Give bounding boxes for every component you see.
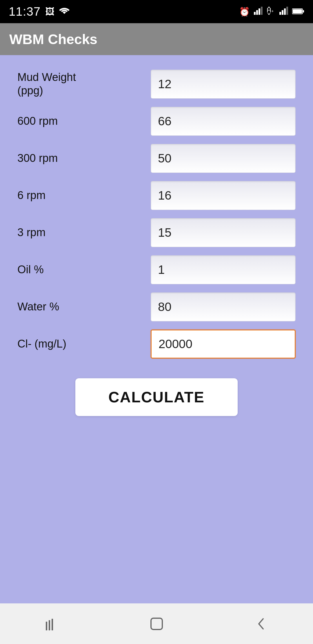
form-row: 3 rpm [17, 218, 296, 247]
svg-rect-13 [46, 622, 47, 630]
status-bar-left: 11:37 🖼 [9, 5, 70, 19]
home-button[interactable] [142, 609, 171, 638]
svg-rect-3 [261, 7, 263, 15]
alarm-icon: ⏰ [239, 7, 250, 17]
label-cl-mgl: Cl- (mg/L) [17, 337, 104, 351]
status-time: 11:37 [9, 5, 41, 19]
svg-rect-6 [279, 12, 281, 15]
signal-icon-1 [254, 7, 263, 17]
label-water-percent: Water % [17, 300, 104, 314]
svg-rect-11 [293, 9, 302, 13]
svg-rect-16 [151, 618, 162, 629]
label-mud-weight: Mud Weight (ppg) [17, 71, 104, 97]
recent-apps-button[interactable] [38, 609, 67, 638]
input-rpm-3[interactable] [151, 218, 296, 247]
input-mud-weight[interactable] [151, 70, 296, 99]
navigation-bar [0, 603, 313, 644]
app-title: WBM Checks [9, 31, 97, 47]
data-transfer-icon: H + [267, 7, 275, 17]
svg-rect-7 [282, 10, 283, 15]
status-bar-right: ⏰ H + [239, 7, 304, 17]
form-row: 6 rpm [17, 181, 296, 210]
label-rpm-300: 300 rpm [17, 152, 104, 165]
form-row: 300 rpm [17, 144, 296, 173]
svg-rect-8 [284, 8, 286, 15]
form-row: Mud Weight (ppg) [17, 70, 296, 99]
input-rpm-6[interactable] [151, 181, 296, 210]
status-bar: 11:37 🖼 ⏰ H + [0, 0, 313, 23]
svg-rect-1 [256, 10, 258, 15]
wifi-icon [59, 6, 70, 17]
form-row: Oil % [17, 255, 296, 284]
svg-rect-14 [49, 620, 50, 630]
form-row: Cl- (mg/L) [17, 330, 296, 359]
app-header: WBM Checks [0, 23, 313, 55]
input-cl-mgl[interactable] [151, 330, 296, 359]
svg-text:H: H [267, 7, 271, 14]
battery-icon [292, 7, 304, 17]
main-content: Mud Weight (ppg)600 rpm300 rpm6 rpm3 rpm… [0, 55, 313, 603]
svg-rect-0 [254, 12, 256, 15]
svg-rect-15 [52, 619, 53, 630]
input-rpm-300[interactable] [151, 144, 296, 173]
svg-rect-9 [286, 7, 288, 15]
svg-text:+: + [271, 9, 274, 13]
back-button[interactable] [246, 609, 275, 638]
label-rpm-600: 600 rpm [17, 115, 104, 128]
form-container: Mud Weight (ppg)600 rpm300 rpm6 rpm3 rpm… [17, 70, 296, 367]
svg-rect-2 [259, 8, 260, 15]
svg-rect-12 [303, 10, 304, 12]
form-row: 600 rpm [17, 107, 296, 136]
calculate-button[interactable]: CALCULATE [75, 378, 238, 416]
label-oil-percent: Oil % [17, 263, 104, 276]
input-oil-percent[interactable] [151, 255, 296, 284]
input-water-percent[interactable] [151, 292, 296, 321]
form-row: Water % [17, 292, 296, 321]
gallery-icon: 🖼 [45, 6, 54, 17]
label-rpm-6: 6 rpm [17, 189, 104, 202]
input-rpm-600[interactable] [151, 107, 296, 136]
signal-icon-2 [279, 7, 288, 17]
label-rpm-3: 3 rpm [17, 226, 104, 239]
